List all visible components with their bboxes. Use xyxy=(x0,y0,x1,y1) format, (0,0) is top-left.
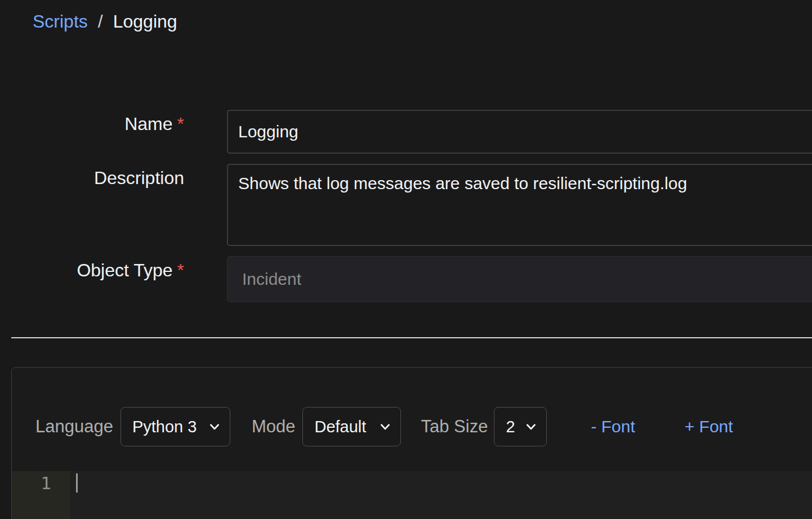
tab-size-label: Tab Size xyxy=(421,417,488,437)
font-decrease-button[interactable]: - Font xyxy=(591,417,635,436)
object-type-field-wrap xyxy=(227,256,812,302)
language-label: Language xyxy=(35,417,113,437)
tab-size-select[interactable]: 2 xyxy=(494,407,547,446)
breadcrumb-separator: / xyxy=(98,10,103,33)
name-label-text: Name xyxy=(124,114,172,134)
object-type-input xyxy=(227,256,812,302)
text-cursor xyxy=(76,473,78,493)
description-row: Description Shows that log messages are … xyxy=(0,164,812,248)
name-input[interactable] xyxy=(227,110,812,154)
description-label-text: Description xyxy=(94,168,184,188)
breadcrumb-current: Logging xyxy=(113,10,177,33)
language-select-value: Python 3 xyxy=(132,418,197,436)
mode-label: Mode xyxy=(252,417,296,437)
object-type-row: Object Type* xyxy=(0,256,812,302)
script-editor-card: Language Python 3 Mode Default Tab Size … xyxy=(11,367,812,519)
section-divider xyxy=(11,337,812,338)
mode-select[interactable]: Default xyxy=(302,407,401,446)
editor-toolbar: Language Python 3 Mode Default Tab Size … xyxy=(35,407,812,446)
chevron-down-icon xyxy=(208,420,221,433)
mode-select-value: Default xyxy=(314,418,366,436)
chevron-down-icon xyxy=(525,420,537,433)
language-select[interactable]: Python 3 xyxy=(121,407,230,446)
name-label: Name* xyxy=(0,110,184,135)
object-type-label: Object Type* xyxy=(0,256,184,281)
font-increase-button[interactable]: + Font xyxy=(685,417,733,436)
name-row: Name* xyxy=(0,110,812,154)
description-field-wrap: Shows that log messages are saved to res… xyxy=(227,164,812,248)
breadcrumb: Scripts / Logging xyxy=(33,10,177,33)
name-field-wrap xyxy=(227,110,812,154)
description-label: Description xyxy=(0,164,184,189)
tab-size-select-value: 2 xyxy=(506,418,515,436)
breadcrumb-link-scripts[interactable]: Scripts xyxy=(33,10,88,33)
object-type-label-text: Object Type xyxy=(77,260,172,280)
code-editor[interactable]: 1 log.info('Python 3 logging in SOAR v42… xyxy=(12,471,812,519)
line-number: 1 xyxy=(12,471,70,519)
code-line-content[interactable]: log.info('Python 3 logging in SOAR v42') xyxy=(70,471,812,519)
code-line: 1 log.info('Python 3 logging in SOAR v42… xyxy=(12,471,812,519)
object-type-required-asterisk: * xyxy=(177,260,184,280)
name-required-asterisk: * xyxy=(177,114,184,134)
chevron-down-icon xyxy=(379,420,391,433)
description-textarea[interactable]: Shows that log messages are saved to res… xyxy=(227,164,812,246)
